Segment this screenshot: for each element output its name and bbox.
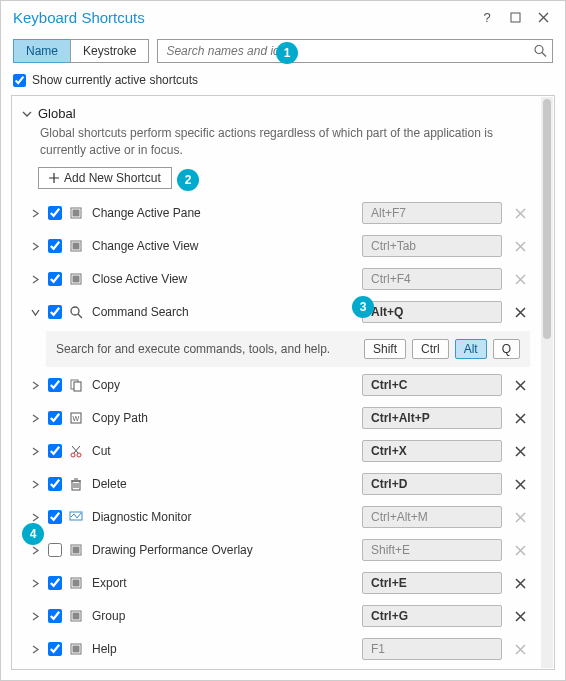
copy-icon <box>68 377 84 393</box>
close-window-button[interactable] <box>529 6 557 28</box>
keystroke-field[interactable]: Alt+Q <box>362 301 502 323</box>
clear-shortcut-button[interactable] <box>510 307 530 318</box>
svg-point-1 <box>535 46 543 54</box>
chevron-right-icon[interactable] <box>28 510 42 524</box>
scrollbar-thumb[interactable] <box>543 99 551 339</box>
section-title: Global <box>38 106 76 121</box>
clear-shortcut-button[interactable] <box>510 380 530 391</box>
shortcut-row: Close Active ViewCtrl+F4 <box>18 263 538 296</box>
add-shortcut-button[interactable]: Add New Shortcut <box>38 167 172 189</box>
chevron-right-icon[interactable] <box>28 239 42 253</box>
window-icon <box>68 542 84 558</box>
shortcut-label: Drawing Performance Overlay <box>88 543 358 557</box>
modifier-key-shift[interactable]: Shift <box>364 339 406 359</box>
section-header[interactable]: Global <box>18 104 538 123</box>
svg-text:W: W <box>73 415 80 422</box>
keystroke-field[interactable]: Shift+E <box>362 539 502 561</box>
shortcut-label: Copy <box>88 378 358 392</box>
search-input[interactable] <box>157 39 553 63</box>
chevron-right-icon[interactable] <box>28 444 42 458</box>
show-active-label: Show currently active shortcuts <box>32 73 198 87</box>
clear-shortcut-button <box>510 545 530 556</box>
modifier-key-ctrl[interactable]: Ctrl <box>412 339 449 359</box>
enable-checkbox[interactable] <box>48 411 62 425</box>
show-active-checkbox[interactable] <box>13 74 26 87</box>
enable-checkbox[interactable] <box>48 305 62 319</box>
chevron-right-icon[interactable] <box>28 411 42 425</box>
keystroke-field[interactable]: Ctrl+Alt+P <box>362 407 502 429</box>
svg-rect-7 <box>73 276 80 283</box>
shortcut-label: Copy Path <box>88 411 358 425</box>
shortcut-label: Delete <box>88 477 358 491</box>
show-active-checkbox-row[interactable]: Show currently active shortcuts <box>1 69 565 95</box>
chevron-down-icon[interactable] <box>28 305 42 319</box>
svg-rect-3 <box>73 210 80 217</box>
enable-checkbox[interactable] <box>48 642 62 656</box>
shortcut-label: Group <box>88 609 358 623</box>
cut-icon <box>68 443 84 459</box>
clear-shortcut-button[interactable] <box>510 479 530 490</box>
keystroke-field[interactable]: Ctrl+Tab <box>362 235 502 257</box>
clear-shortcut-button <box>510 241 530 252</box>
tab-name[interactable]: Name <box>13 39 70 63</box>
enable-checkbox[interactable] <box>48 576 62 590</box>
chevron-right-icon[interactable] <box>28 609 42 623</box>
svg-point-8 <box>71 307 79 315</box>
shortcut-row: CutCtrl+X <box>18 435 538 468</box>
chevron-right-icon[interactable] <box>28 543 42 557</box>
copy-path-icon: W <box>68 410 84 426</box>
keystroke-field[interactable]: F1 <box>362 638 502 660</box>
chevron-right-icon[interactable] <box>28 206 42 220</box>
enable-checkbox[interactable] <box>48 609 62 623</box>
shortcut-list-panel: Global Global shortcuts perform specific… <box>11 95 555 670</box>
scrollbar[interactable] <box>541 97 553 668</box>
list-area: Global Global shortcuts perform specific… <box>12 96 540 669</box>
tab-keystroke[interactable]: Keystroke <box>70 39 149 63</box>
enable-checkbox[interactable] <box>48 444 62 458</box>
shortcut-label: Change Active Pane <box>88 206 358 220</box>
clear-shortcut-button[interactable] <box>510 413 530 424</box>
shortcut-row: ExportCtrl+E <box>18 567 538 600</box>
enable-checkbox[interactable] <box>48 239 62 253</box>
chevron-right-icon[interactable] <box>28 642 42 656</box>
chevron-down-icon <box>22 109 32 119</box>
clear-shortcut-button[interactable] <box>510 446 530 457</box>
dialog-window: Keyboard Shortcuts ? Name Keystroke Show… <box>0 0 566 681</box>
keystroke-field[interactable]: Ctrl+G <box>362 605 502 627</box>
keystroke-field[interactable]: Ctrl+E <box>362 572 502 594</box>
chevron-right-icon[interactable] <box>28 272 42 286</box>
maximize-button[interactable] <box>501 6 529 28</box>
chevron-right-icon[interactable] <box>28 477 42 491</box>
shortcut-label: Cut <box>88 444 358 458</box>
enable-checkbox[interactable] <box>48 543 62 557</box>
chevron-right-icon[interactable] <box>28 378 42 392</box>
enable-checkbox[interactable] <box>48 272 62 286</box>
add-shortcut-label: Add New Shortcut <box>64 171 161 185</box>
keystroke-field[interactable]: Ctrl+D <box>362 473 502 495</box>
keystroke-field[interactable]: Ctrl+F4 <box>362 268 502 290</box>
keystroke-field[interactable]: Ctrl+Alt+M <box>362 506 502 528</box>
enable-checkbox[interactable] <box>48 477 62 491</box>
window-icon <box>68 608 84 624</box>
window-icon <box>68 271 84 287</box>
enable-checkbox[interactable] <box>48 378 62 392</box>
callout-4: 4 <box>22 523 44 545</box>
shortcut-label: Help <box>88 642 358 656</box>
clear-shortcut-button <box>510 512 530 523</box>
chevron-right-icon[interactable] <box>28 576 42 590</box>
enable-checkbox[interactable] <box>48 510 62 524</box>
help-button[interactable]: ? <box>473 6 501 28</box>
keystroke-field[interactable]: Ctrl+C <box>362 374 502 396</box>
modifier-key-alt[interactable]: Alt <box>455 339 487 359</box>
keystroke-field[interactable]: Alt+F7 <box>362 202 502 224</box>
shortcut-row: Diagnostic MonitorCtrl+Alt+M <box>18 501 538 534</box>
svg-rect-0 <box>511 13 520 22</box>
command-description: Search for and execute commands, tools, … <box>56 342 358 356</box>
modifier-key-q[interactable]: Q <box>493 339 520 359</box>
enable-checkbox[interactable] <box>48 206 62 220</box>
shortcut-label: Change Active View <box>88 239 358 253</box>
clear-shortcut-button[interactable] <box>510 611 530 622</box>
search-icon[interactable] <box>534 45 547 58</box>
clear-shortcut-button[interactable] <box>510 578 530 589</box>
keystroke-field[interactable]: Ctrl+X <box>362 440 502 462</box>
